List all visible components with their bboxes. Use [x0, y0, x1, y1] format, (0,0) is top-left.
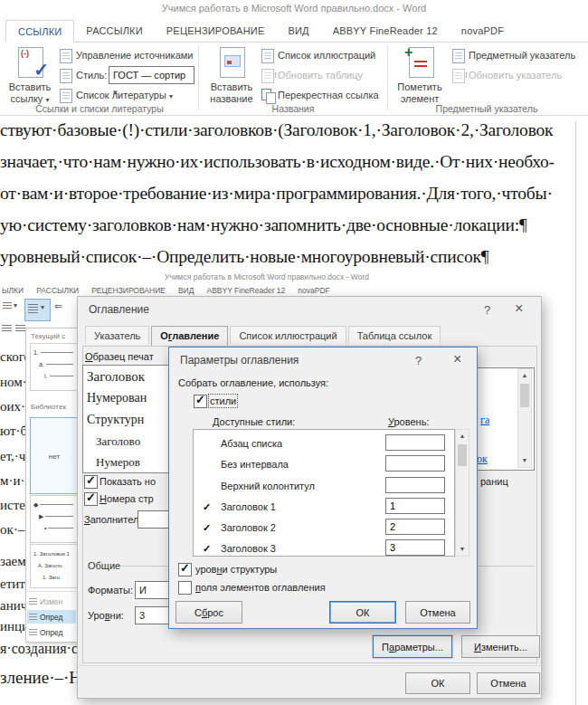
level-input-5[interactable]	[385, 519, 445, 535]
outline-levels-checkbox[interactable]	[178, 563, 192, 576]
toc-cancel-button[interactable]: Отмена	[477, 672, 540, 694]
list-line	[48, 528, 73, 529]
styles-checkbox[interactable]	[194, 395, 207, 408]
decrease-indent-icon[interactable]: ⇐	[54, 300, 62, 312]
ribbon-group-citations: (-) ✓ Вставить ссылку ▾ Управление источ…	[0, 42, 198, 116]
web-preview-box: га ок ▲ ▼	[474, 367, 535, 471]
insert-citation-button[interactable]: (-) ✓ Вставить ссылку ▾	[4, 45, 56, 112]
mini-tab-abbyy: ABBYY FineReader 12	[207, 286, 286, 295]
update-table-button: Обновить таблицу	[278, 70, 363, 81]
toc-tab-contents[interactable]: Оглавление	[151, 326, 228, 346]
style-name: Верхний колонтитул	[221, 481, 315, 491]
cross-reference-button[interactable]: Перекрестная ссылка	[278, 90, 379, 100]
print-preview-label: Образец печат	[85, 351, 154, 362]
levels-spinner[interactable]: 3	[135, 606, 169, 624]
options-cancel-button[interactable]: Отмена	[405, 601, 470, 624]
insert-index-button[interactable]: Предметный указатель	[469, 50, 575, 61]
scroll-down-arrow[interactable]: ▼	[518, 454, 531, 467]
level-input-4[interactable]	[385, 498, 445, 514]
gallery-current-header: Текущий с	[31, 332, 65, 340]
gallery-item-numbered[interactable]: 1. а. i.	[30, 343, 78, 391]
gallery-item-headings[interactable]: 1. Заголовок 1 А. Заголо 1. Заго	[30, 544, 78, 588]
manage-sources-button[interactable]: Управление источниками	[76, 50, 193, 61]
style-combobox-value: ГОСТ — сортир	[113, 70, 185, 81]
tab-mailings[interactable]: РАССЫЛКИ	[74, 20, 154, 42]
outline-levels-label[interactable]: уровни структуры	[195, 564, 277, 575]
options-ok-button[interactable]: ОК	[329, 601, 396, 624]
group-label-captions: Названия	[243, 103, 343, 114]
mark-entry-button[interactable]: + Пометить элемент	[393, 45, 447, 112]
tab-links[interactable]: ССЫЛКИ	[5, 20, 74, 43]
toc-options-button[interactable]: Параметры...	[373, 635, 452, 658]
scroll-up-arrow[interactable]: ▲	[518, 369, 531, 382]
menu-item-define-list-style[interactable]: Опред	[27, 625, 76, 639]
align-center-icon[interactable]	[15, 325, 25, 332]
insert-caption-button[interactable]: Вставить название	[205, 45, 258, 112]
align-left-icon[interactable]	[2, 325, 12, 332]
toc-help-button[interactable]: ?	[484, 303, 490, 317]
insert-index-icon	[452, 49, 465, 63]
document-text-line: ствуют·базовые·(!)·стили·заголовков·(Заг…	[0, 120, 553, 140]
menu-item-define-multilevel-list[interactable]: Опред	[27, 610, 76, 624]
list-line	[40, 504, 73, 505]
show-page-numbers-checkbox[interactable]	[84, 475, 98, 489]
gallery-item-none[interactable]: нет	[30, 417, 78, 494]
multilevel-list-gallery: Текущий с 1. а. i. Библиотек нет ◆ ▶ • 1…	[25, 328, 79, 643]
options-dialog-title: Параметры оглавления	[180, 354, 299, 367]
toc-tab-index[interactable]: Указатель	[85, 326, 149, 344]
entry-fields-label[interactable]: поля элементов оглавления	[195, 582, 326, 593]
preview-line: Структурн	[87, 413, 144, 427]
list-marker: 1.	[33, 349, 39, 356]
right-align-page-numbers-label[interactable]: Номера стр	[100, 493, 154, 504]
styles-list-scrollbar[interactable]: ▲ ▼	[455, 429, 469, 557]
document-right-edge	[575, 120, 576, 705]
preview-line: Заголово	[96, 434, 140, 449]
right-align-page-numbers-checkbox[interactable]	[84, 492, 98, 506]
level-input-2[interactable]	[385, 455, 445, 472]
multilevel-list-button[interactable]: ▾	[24, 299, 51, 321]
update-index-button: Обновить указатель	[469, 70, 562, 81]
reset-button[interactable]: Сброс	[175, 601, 242, 624]
tab-abbyy-finereader[interactable]: ABBYY FineReader 12	[321, 20, 450, 42]
mini-tab-mailings: РАССЫЛКИ	[36, 286, 79, 295]
toc-tab-figures[interactable]: Список иллюстраций	[230, 326, 346, 344]
tab-novapdf[interactable]: novaPDF	[450, 20, 516, 42]
ribbon-bottom-border	[0, 115, 588, 116]
toc-ok-button[interactable]: ОК	[405, 672, 470, 694]
options-help-button[interactable]: ?	[415, 354, 422, 367]
web-preview-scrollbar[interactable]: ▲ ▼	[517, 368, 532, 468]
toc-tab-authorities[interactable]: Таблица ссылок	[348, 326, 441, 344]
mark-entry-label: Пометить элемент	[393, 81, 447, 105]
gallery-item-bullets[interactable]: ◆ ▶ •	[30, 495, 78, 543]
heading-sample: 1. Заголовок 1	[33, 551, 70, 557]
bibliography-icon	[60, 89, 72, 103]
group-label-citations: Ссылки и списки литературы	[9, 103, 190, 114]
formats-label: Форматы:	[88, 585, 133, 595]
styles-checkbox-label[interactable]: стили	[210, 395, 236, 406]
document-text-line: значает,·что·нам·нужно·их·использовать·в…	[0, 152, 555, 172]
scroll-down-arrow[interactable]: ▼	[456, 543, 469, 556]
tab-review[interactable]: РЕЦЕНЗИРОВАНИЕ	[155, 20, 277, 42]
scrollbar-thumb[interactable]	[458, 444, 467, 466]
scroll-up-arrow[interactable]: ▲	[456, 430, 469, 443]
tab-leader-combobox[interactable]	[138, 510, 169, 529]
insert-citation-icon: (-) ✓	[18, 47, 43, 78]
word-app-window: Учимся работать в Microsoft Word правиль…	[0, 0, 588, 705]
level-input-6[interactable]	[385, 539, 445, 556]
numbering-icon[interactable]	[3, 302, 12, 310]
table-of-figures-button[interactable]: Список иллюстраций	[278, 50, 375, 61]
entry-fields-checkbox[interactable]	[178, 581, 192, 595]
tab-view[interactable]: ВИД	[276, 20, 320, 42]
bibliography-button[interactable]: Список литературы ▾	[76, 90, 173, 100]
toc-close-button[interactable]: ×	[515, 302, 523, 315]
preview-line: Нумерован	[87, 391, 147, 405]
formats-combobox[interactable]: И	[135, 581, 169, 599]
level-input-1[interactable]	[385, 434, 445, 451]
toc-modify-button[interactable]: Изменить...	[461, 635, 540, 658]
show-page-numbers-label[interactable]: Показать но	[100, 476, 156, 487]
level-input-3[interactable]	[385, 477, 445, 493]
style-combobox[interactable]: ГОСТ — сортир	[109, 66, 194, 84]
menu-item-icon	[29, 629, 37, 636]
scrollbar-thumb[interactable]	[520, 384, 529, 407]
options-close-button[interactable]: ×	[453, 353, 461, 366]
